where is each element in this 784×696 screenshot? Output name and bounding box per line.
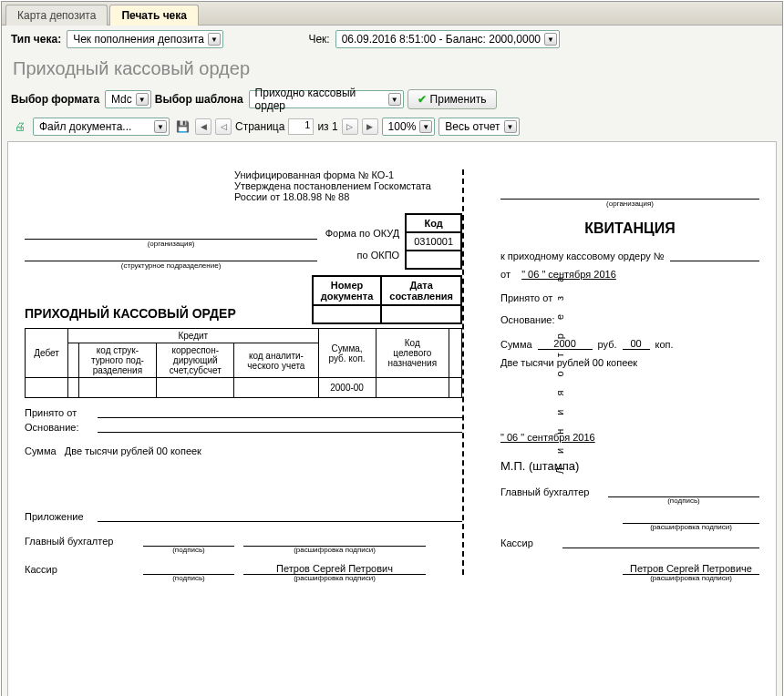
receipt-section: (организация) КВИТАНЦИЯ к приходному кас… xyxy=(484,169,759,575)
apply-label: Применить xyxy=(430,93,487,106)
receipt-date: " 06 " сентября 2016 xyxy=(521,269,616,280)
doc-number-table: Номер документа Дата составления xyxy=(312,275,462,324)
cut-line: Л и н и я о т р е з а xyxy=(462,169,484,575)
accounting-grid: Дебет Кредит Сумма, руб. коп. Код целево… xyxy=(25,328,462,398)
tab-deposit-card[interactable]: Карта депозита xyxy=(5,5,108,26)
okpo-label: по ОКПО xyxy=(317,250,405,270)
last-page-button[interactable]: ▶ xyxy=(362,118,378,135)
signature-caption: (подпись) xyxy=(608,496,759,505)
check-type-select[interactable]: Чек пополнения депозита ▼ xyxy=(67,30,223,48)
tab-print-check[interactable]: Печать чека xyxy=(109,5,199,26)
form-info: России от 18.08.98 № 88 xyxy=(234,191,462,202)
receipt-reason: Основание: xyxy=(500,314,759,325)
decode-caption: (расшифровка подписи) xyxy=(243,574,426,582)
template-value: Приходно кассовый ордер xyxy=(255,87,385,112)
chevron-down-icon[interactable]: ▼ xyxy=(419,120,432,133)
doc-num-header: Номер документа xyxy=(313,276,382,305)
receipt-org-caption: (организация) xyxy=(500,200,759,208)
signature-caption: (подпись) xyxy=(143,574,234,582)
cashier-name: Петров Сергей Петрович(расшифровка подпи… xyxy=(243,563,426,575)
chevron-down-icon[interactable]: ▼ xyxy=(154,120,167,133)
cash-order-section: Унифицированная форма № КО-1 Утверждена … xyxy=(25,169,462,575)
toolbar-format: Выбор формата Mdc ▼ Выбор шаблона Приход… xyxy=(2,85,782,114)
receipt-chief-label: Главный бухгалтер xyxy=(500,486,601,497)
order-title: ПРИХОДНЫЙ КАССОВЫЙ ОРДЕР xyxy=(25,306,312,321)
form-info: Утверждена постановлением Госкомстата xyxy=(234,180,462,191)
save-icon[interactable]: 💾 xyxy=(173,118,191,136)
credit-col3: код аналити- ческого учета xyxy=(234,343,318,378)
toolbar-pager: 🖨 Файл документа... ▼ 💾 ◀ ◁ Страница 1 и… xyxy=(2,114,782,141)
code-table: Код 0310001 xyxy=(405,213,462,270)
print-icon[interactable]: 🖨 xyxy=(11,118,29,136)
chief-label: Главный бухгалтер xyxy=(25,536,134,547)
cut-line-text: Л и н и я о т р е з а xyxy=(554,271,565,474)
page-of-label: из 1 xyxy=(317,120,337,133)
fit-select[interactable]: Весь отчет ▼ xyxy=(438,118,519,136)
sum-cell: 2000-00 xyxy=(318,378,376,398)
check-icon: ✔ xyxy=(418,93,427,106)
page-number-input[interactable]: 1 xyxy=(288,118,314,135)
chevron-down-icon[interactable]: ▼ xyxy=(388,93,401,106)
zoom-select[interactable]: 100% ▼ xyxy=(382,118,436,136)
okud-value: 0310001 xyxy=(406,232,461,251)
attachment-label: Приложение xyxy=(25,511,98,522)
template-select[interactable]: Приходно кассовый ордер ▼ xyxy=(249,90,404,108)
form-info: Унифицированная форма № КО-1 xyxy=(234,169,462,180)
format-label: Выбор формата xyxy=(11,93,99,106)
next-page-button[interactable]: ▷ xyxy=(342,118,358,135)
org-caption: (организация) xyxy=(25,240,317,248)
fit-value: Весь отчет xyxy=(445,120,500,133)
credit-header: Кредит xyxy=(67,329,318,343)
decode-caption: (расшифровка подписи) xyxy=(623,574,759,582)
received-from-label: Принято от xyxy=(25,407,98,418)
check-label: Чек: xyxy=(308,33,329,46)
signature-caption: (подпись) xyxy=(143,546,234,554)
receipt-cashier-name: Петров Сергей Петровиче(расшифровка подп… xyxy=(623,563,759,575)
format-select[interactable]: Mdc ▼ xyxy=(105,90,151,108)
chevron-down-icon[interactable]: ▼ xyxy=(544,33,557,46)
toolbar-check-type: Тип чека: Чек пополнения депозита ▼ Чек:… xyxy=(2,26,782,53)
receipt-sum-label: Сумма xyxy=(500,339,532,350)
apply-button[interactable]: ✔ Применить xyxy=(407,89,497,109)
okud-label: Форма по ОКУД xyxy=(317,228,405,248)
kop-label: коп. xyxy=(655,339,674,350)
check-type-value: Чек пополнения депозита xyxy=(73,33,204,46)
dept-caption: (структурное подразделение) xyxy=(25,261,317,270)
receipt-cashier-label: Кассир xyxy=(500,537,555,548)
doc-date-header: Дата составления xyxy=(381,276,461,305)
code-header: Код xyxy=(406,214,461,232)
debit-header: Дебет xyxy=(26,329,68,378)
format-value: Mdc xyxy=(111,93,132,106)
purpose-header: Код целевого назначения xyxy=(376,329,449,378)
sum-words: Две тысячи рублей 00 копеек xyxy=(65,445,201,456)
decode-caption: (расшифровка подписи) xyxy=(243,546,426,554)
receipt-to-order: к приходному кассовому ордеру № xyxy=(500,251,665,261)
chevron-down-icon[interactable]: ▼ xyxy=(208,33,221,46)
receipt-sum-kop: 00 xyxy=(623,338,650,350)
credit-col2: корреспон- дирующий счет,субсчет xyxy=(157,343,234,378)
page-label: Страница xyxy=(235,120,284,133)
prev-page-button[interactable]: ◁ xyxy=(215,118,232,135)
decode-caption: (расшифровка подписи) xyxy=(623,523,759,531)
file-menu-select[interactable]: Файл документа... ▼ xyxy=(33,118,170,136)
chevron-down-icon[interactable]: ▼ xyxy=(504,120,517,133)
receipt-received-from: Принято от xyxy=(500,292,759,303)
document-preview: Унифицированная форма № КО-1 Утверждена … xyxy=(7,141,777,696)
first-page-button[interactable]: ◀ xyxy=(195,118,211,135)
stamp-label: М.П. (штампа) xyxy=(500,459,759,473)
chevron-down-icon[interactable]: ▼ xyxy=(136,93,149,106)
check-select[interactable]: 06.09.2016 8:51:00 - Баланс: 2000,0000 ▼ xyxy=(335,30,560,48)
receipt-sum-words: Две тысячи рублей 00 копеек xyxy=(500,357,759,368)
sum-header: Сумма, руб. коп. xyxy=(318,329,376,378)
check-value: 06.09.2016 8:51:00 - Баланс: 2000,0000 xyxy=(342,33,541,46)
file-menu-label: Файл документа... xyxy=(39,120,131,133)
check-type-label: Тип чека: xyxy=(11,33,61,46)
tabs-bar: Карта депозита Печать чека xyxy=(2,2,782,26)
cashier-label: Кассир xyxy=(25,564,134,575)
reason-label: Основание: xyxy=(25,422,98,433)
template-label: Выбор шаблона xyxy=(155,93,243,106)
receipt-from-label: от xyxy=(500,269,511,280)
receipt-title: КВИТАНЦИЯ xyxy=(500,220,759,237)
page-title: Приходный кассовый ордер xyxy=(2,53,782,85)
rub-label: руб. xyxy=(598,339,617,350)
